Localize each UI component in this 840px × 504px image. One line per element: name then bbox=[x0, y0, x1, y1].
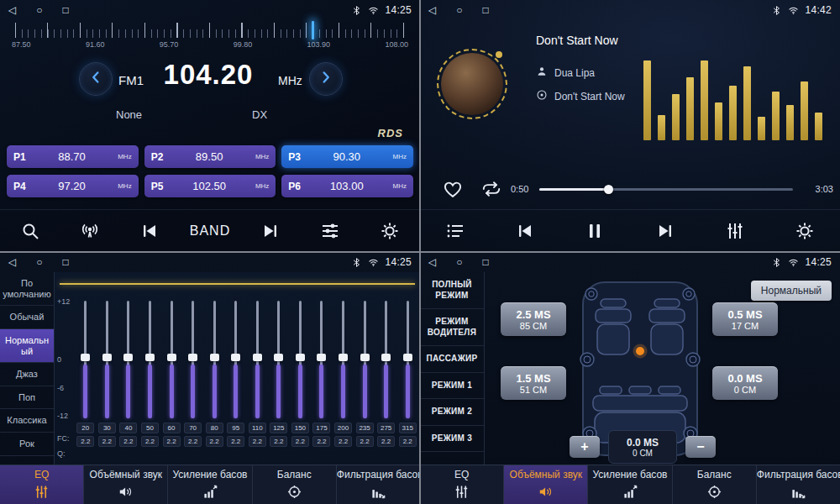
slider-handle[interactable] bbox=[339, 354, 348, 361]
slider-handle[interactable] bbox=[381, 354, 391, 361]
eq-band-slider[interactable]: 200 2.2 bbox=[333, 301, 354, 462]
frequency-ruler[interactable] bbox=[15, 23, 405, 38]
listening-mode-item[interactable]: РЕЖИМ ВОДИТЕЛЯ bbox=[420, 309, 484, 346]
eq-band-slider[interactable]: 80 2.2 bbox=[203, 301, 225, 462]
eq-band-slider[interactable]: 275 2.2 bbox=[375, 301, 397, 462]
next-track-icon[interactable] bbox=[251, 214, 290, 248]
back-icon[interactable] bbox=[8, 257, 16, 267]
eq-band-slider[interactable]: 70 2.2 bbox=[182, 301, 204, 462]
listening-mode-item[interactable]: РЕЖИМ 1 bbox=[420, 373, 484, 400]
eq-band-slider[interactable]: 95 2.2 bbox=[225, 301, 247, 462]
home-icon[interactable] bbox=[36, 257, 42, 267]
home-icon[interactable] bbox=[456, 5, 462, 15]
tab-surround[interactable]: Объёмный звук bbox=[504, 465, 588, 504]
preset-button[interactable]: P4 97.20 MHz bbox=[7, 175, 139, 197]
tab-bass-boost[interactable]: Усиление басов bbox=[168, 465, 252, 504]
tab-eq[interactable]: EQ bbox=[420, 465, 504, 504]
eq-preset-item[interactable]: Обычай bbox=[0, 306, 54, 329]
listening-mode-item[interactable]: ПАССАЖИР bbox=[420, 346, 484, 373]
eq-band-slider[interactable]: 20 2.2 bbox=[75, 301, 97, 462]
preset-button[interactable]: P1 88.70 MHz bbox=[7, 145, 139, 168]
eq-band-slider[interactable]: 60 2.2 bbox=[160, 301, 182, 462]
preset-button[interactable]: P5 102.50 MHz bbox=[144, 175, 276, 197]
favorite-heart-icon[interactable] bbox=[442, 178, 464, 200]
preset-button[interactable]: P6 103.00 MHz bbox=[281, 175, 413, 197]
tab-subwoofer-filter[interactable]: Фильтрация басов bbox=[337, 465, 420, 504]
pause-icon[interactable] bbox=[575, 214, 614, 248]
recents-icon[interactable] bbox=[482, 5, 488, 15]
next-track-icon[interactable] bbox=[646, 214, 685, 248]
delay-minus-button[interactable]: − bbox=[685, 436, 716, 458]
settings-gear-icon[interactable] bbox=[785, 214, 824, 248]
broadcast-icon[interactable] bbox=[71, 214, 109, 248]
slider-handle[interactable] bbox=[188, 354, 197, 361]
tune-down-button[interactable] bbox=[79, 62, 113, 96]
slider-handle[interactable] bbox=[102, 354, 112, 361]
slider-handle[interactable] bbox=[81, 354, 90, 361]
slider-handle[interactable] bbox=[403, 354, 412, 361]
delay-chip-front-right[interactable]: 0.5 MS 17 CM bbox=[712, 302, 778, 336]
slider-handle[interactable] bbox=[317, 354, 326, 361]
playlist-icon[interactable] bbox=[436, 214, 475, 248]
eq-preset-item[interactable]: Поп bbox=[0, 386, 54, 410]
back-icon[interactable] bbox=[428, 5, 436, 15]
progress-knob[interactable] bbox=[604, 185, 613, 194]
eq-band-slider[interactable]: 40 2.2 bbox=[118, 301, 139, 462]
prev-track-icon[interactable] bbox=[506, 214, 544, 248]
eq-band-slider[interactable]: 50 2.2 bbox=[139, 301, 161, 462]
back-icon[interactable] bbox=[428, 257, 436, 267]
eq-band-slider[interactable]: 175 2.2 bbox=[311, 301, 333, 462]
delay-chip-rear-right[interactable]: 0.0 MS 0 CM bbox=[712, 366, 778, 400]
slider-handle[interactable] bbox=[210, 354, 219, 361]
eq-preset-item[interactable]: По умолчанию bbox=[0, 272, 54, 306]
delay-chip-front-left[interactable]: 2.5 MS 85 CM bbox=[501, 302, 566, 336]
delay-plus-button[interactable]: + bbox=[570, 436, 600, 458]
eq-band-slider[interactable]: 315 2.2 bbox=[396, 301, 418, 462]
slider-handle[interactable] bbox=[296, 354, 305, 361]
eq-preset-item[interactable]: Нормальный bbox=[0, 329, 54, 363]
recents-icon[interactable] bbox=[62, 257, 68, 267]
filter-sliders-icon[interactable] bbox=[311, 214, 349, 248]
eq-preset-item[interactable]: Классика bbox=[0, 409, 54, 433]
eq-preset-item[interactable]: Рок bbox=[0, 433, 54, 456]
tab-balance[interactable]: Баланс bbox=[253, 465, 337, 504]
slider-handle[interactable] bbox=[253, 354, 262, 361]
tab-balance[interactable]: Баланс bbox=[673, 465, 757, 504]
eq-preset-item[interactable]: Джаз bbox=[0, 363, 54, 386]
eq-band-slider[interactable]: 150 2.2 bbox=[290, 301, 312, 462]
back-icon[interactable] bbox=[8, 5, 16, 15]
tab-subwoofer-filter[interactable]: Фильтрация басов bbox=[757, 465, 840, 504]
slider-handle[interactable] bbox=[145, 354, 155, 361]
tab-bass-boost[interactable]: Усиление басов bbox=[588, 465, 672, 504]
settings-gear-icon[interactable] bbox=[370, 214, 409, 248]
surround-preset-chip[interactable]: Нормальный bbox=[751, 281, 832, 301]
listening-mode-item[interactable]: ПОЛНЫЙ РЕЖИМ bbox=[420, 272, 484, 309]
slider-handle[interactable] bbox=[167, 354, 176, 361]
eq-band-slider[interactable]: 125 2.2 bbox=[268, 301, 290, 462]
eq-band-slider[interactable]: 235 2.2 bbox=[354, 301, 375, 462]
search-icon[interactable] bbox=[11, 214, 50, 248]
recents-icon[interactable] bbox=[482, 257, 488, 267]
tab-surround[interactable]: Объёмный звук bbox=[84, 465, 168, 504]
repeat-icon[interactable] bbox=[480, 178, 502, 200]
progress-bar[interactable] bbox=[539, 188, 793, 191]
tab-eq[interactable]: EQ bbox=[0, 465, 84, 504]
eq-sliders-icon[interactable] bbox=[716, 214, 754, 248]
listening-mode-item[interactable]: РЕЖИМ 3 bbox=[420, 426, 484, 453]
slider-handle[interactable] bbox=[123, 354, 133, 361]
slider-handle[interactable] bbox=[274, 354, 283, 361]
preset-button[interactable]: P3 90.30 MHz bbox=[281, 145, 413, 168]
eq-band-slider[interactable]: 110 2.2 bbox=[247, 301, 269, 462]
listening-mode-item[interactable]: РЕЖИМ 2 bbox=[420, 399, 484, 426]
home-icon[interactable] bbox=[36, 5, 42, 15]
eq-band-slider[interactable]: 30 2.2 bbox=[97, 301, 118, 462]
preset-button[interactable]: P2 89.50 MHz bbox=[144, 145, 276, 168]
slider-handle[interactable] bbox=[360, 354, 370, 361]
home-icon[interactable] bbox=[456, 257, 462, 267]
prev-track-icon[interactable] bbox=[130, 214, 169, 248]
tune-up-button[interactable] bbox=[309, 62, 343, 96]
band-button[interactable]: BAND bbox=[190, 223, 230, 239]
recents-icon[interactable] bbox=[62, 5, 68, 15]
slider-handle[interactable] bbox=[231, 354, 240, 361]
delay-chip-rear-left[interactable]: 1.5 MS 51 CM bbox=[501, 366, 566, 400]
